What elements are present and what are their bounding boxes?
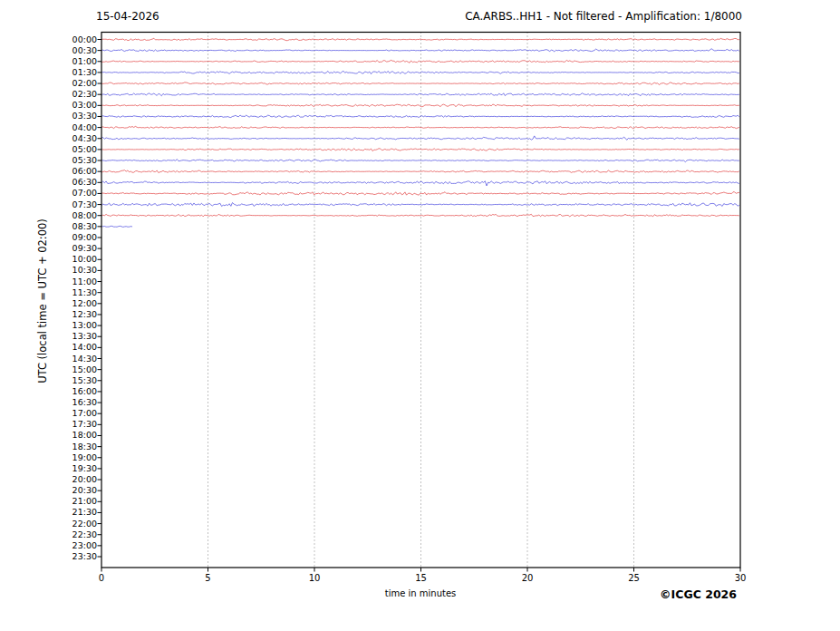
y-tick-label: 19:00 xyxy=(59,453,97,462)
seismogram-trace-0600 xyxy=(101,170,739,173)
y-tick-label: 14:30 xyxy=(59,354,97,364)
y-tick-label: 17:30 xyxy=(59,420,97,429)
y-tick-label: 07:30 xyxy=(59,200,97,209)
y-tick-label: 21:00 xyxy=(59,497,97,506)
y-tick-label: 22:00 xyxy=(59,519,97,529)
y-tick-label: 00:00 xyxy=(59,35,97,44)
x-tick-label: 0 xyxy=(99,573,104,583)
y-tick-label: 05:30 xyxy=(59,156,97,165)
y-tick-label: 06:00 xyxy=(59,167,97,176)
seismogram-trace-0630 xyxy=(101,181,739,186)
y-tick-label: 10:00 xyxy=(59,255,97,264)
seismogram-trace-0530 xyxy=(101,160,739,162)
seismogram-trace-0430 xyxy=(101,136,739,141)
seismogram-trace-0700 xyxy=(101,192,739,195)
y-tick-label: 08:00 xyxy=(59,211,97,220)
y-tick-label: 16:00 xyxy=(59,387,97,396)
y-tick-label: 02:30 xyxy=(59,90,97,99)
y-tick-label: 06:30 xyxy=(59,178,97,187)
y-tick-label: 14:00 xyxy=(59,343,97,352)
x-tick-label: 20 xyxy=(522,573,534,583)
x-tick-label: 10 xyxy=(309,573,321,583)
x-axis-label: time in minutes xyxy=(385,588,457,598)
y-tick-label: 15:30 xyxy=(59,376,97,385)
seismogram-trace-0800 xyxy=(101,214,739,217)
x-tick-label: 25 xyxy=(628,573,640,583)
y-tick-label: 22:30 xyxy=(59,530,97,539)
copyright-label: ©ICGC 2026 xyxy=(660,587,737,601)
y-tick-label: 01:00 xyxy=(59,57,97,66)
y-tick-label: 20:30 xyxy=(59,486,97,495)
y-tick-label: 09:00 xyxy=(59,233,97,242)
y-tick-label: 00:30 xyxy=(59,46,97,55)
y-tick-label: 19:30 xyxy=(59,464,97,473)
x-tick-label: 15 xyxy=(415,573,427,583)
y-tick-label: 04:00 xyxy=(59,123,97,132)
y-tick-label: 21:30 xyxy=(59,508,97,517)
y-tick-label: 03:30 xyxy=(59,112,97,121)
y-tick-label: 23:00 xyxy=(59,541,97,550)
y-tick-label: 10:30 xyxy=(59,266,97,275)
y-tick-label: 11:00 xyxy=(59,277,97,286)
y-tick-label: 05:00 xyxy=(59,145,97,154)
y-tick-label: 13:00 xyxy=(59,321,97,330)
y-tick-label: 12:00 xyxy=(59,299,97,308)
x-tick-label: 5 xyxy=(205,573,210,583)
x-tick-label: 30 xyxy=(735,573,747,583)
y-tick-label: 08:30 xyxy=(59,222,97,231)
y-tick-label: 16:30 xyxy=(59,398,97,407)
y-tick-label: 04:30 xyxy=(59,134,97,143)
seismogram-trace-0100 xyxy=(101,60,739,63)
seismogram-trace-0200 xyxy=(101,83,739,85)
seismogram-trace-0830 xyxy=(101,226,132,227)
y-tick-label: 18:00 xyxy=(59,431,97,440)
y-tick-label: 23:30 xyxy=(59,552,97,561)
y-tick-label: 02:00 xyxy=(59,79,97,88)
helicorder-plot xyxy=(0,0,840,631)
seismogram-trace-0130 xyxy=(101,71,739,73)
seismogram-trace-0000 xyxy=(101,38,739,41)
y-tick-label: 11:30 xyxy=(59,288,97,297)
y-tick-label: 12:30 xyxy=(59,310,97,319)
seismogram-trace-0030 xyxy=(101,49,739,52)
y-tick-label: 20:00 xyxy=(59,475,97,484)
seismogram-trace-0330 xyxy=(101,115,739,118)
y-tick-label: 17:00 xyxy=(59,409,97,418)
y-tick-label: 07:00 xyxy=(59,189,97,198)
seismogram-trace-0300 xyxy=(101,104,739,107)
y-tick-label: 13:30 xyxy=(59,332,97,341)
y-tick-label: 01:30 xyxy=(59,68,97,77)
helicorder-figure: 15-04-2026 CA.ARBS..HH1 - Not filtered -… xyxy=(0,0,840,631)
y-tick-label: 15:00 xyxy=(59,365,97,374)
y-tick-label: 18:30 xyxy=(59,442,97,451)
y-tick-label: 03:00 xyxy=(59,101,97,110)
seismogram-trace-0730 xyxy=(101,202,739,206)
y-tick-label: 09:30 xyxy=(59,244,97,253)
seismogram-trace-0500 xyxy=(101,149,739,151)
seismogram-trace-0400 xyxy=(101,126,739,128)
seismogram-trace-0230 xyxy=(101,93,739,96)
